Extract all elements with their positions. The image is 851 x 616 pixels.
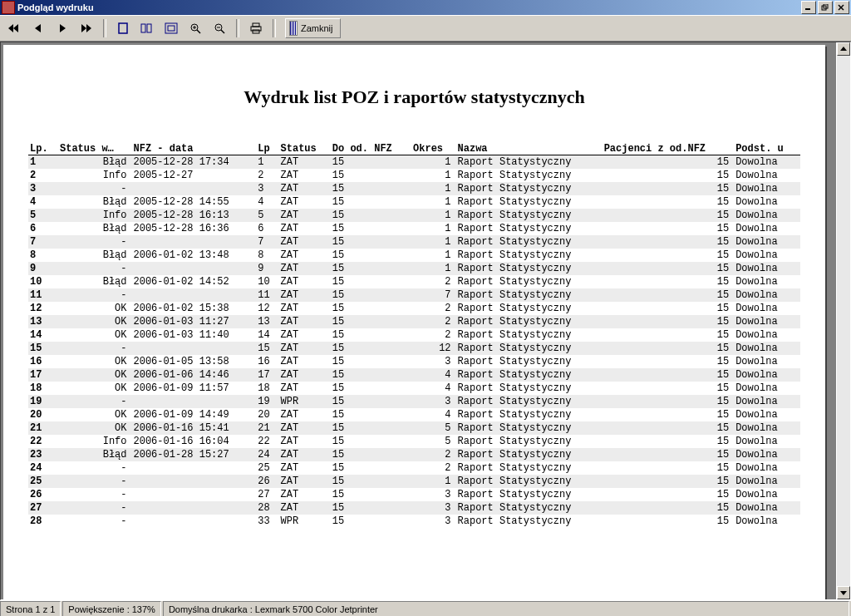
close-preview-button[interactable]: Zamknij xyxy=(285,18,341,38)
cell-status-w: - xyxy=(58,461,132,475)
cell-okres: 1 xyxy=(411,155,456,170)
cell-lp2: 18 xyxy=(256,382,278,395)
cell-status-w: - xyxy=(58,515,132,528)
close-window-button[interactable] xyxy=(834,1,849,14)
cell-nazwa: Raport Statystyczny xyxy=(456,448,603,461)
cell-nfz-data: 2006-01-16 15:41 xyxy=(132,421,257,435)
restore-button[interactable] xyxy=(818,1,833,14)
prev-page-button[interactable] xyxy=(27,18,49,38)
cell-lp2: 28 xyxy=(256,501,278,515)
cell-podst: Dowolna xyxy=(734,488,800,501)
cell-pacjenci: 15 xyxy=(603,342,735,355)
table-row: 16OK2006-01-05 13:5816ZAT153Raport Staty… xyxy=(28,355,800,368)
cell-lp2: 14 xyxy=(256,328,278,342)
cell-lp1: 22 xyxy=(28,435,58,448)
cell-nfz-data: 2006-01-03 11:27 xyxy=(132,315,257,328)
close-preview-label: Zamknij xyxy=(301,23,333,33)
svg-rect-15 xyxy=(168,26,175,31)
cell-nazwa: Raport Statystyczny xyxy=(456,501,603,515)
cell-nfz-data xyxy=(132,288,257,302)
cell-status-w: Info xyxy=(58,169,132,182)
cell-lp2: 19 xyxy=(256,395,278,408)
cell-lp2: 13 xyxy=(256,315,278,328)
cell-podst: Dowolna xyxy=(734,395,800,408)
cell-do-od: 15 xyxy=(331,395,411,408)
cell-status-w: Info xyxy=(58,209,132,222)
table-row: 25-26ZAT151Raport Statystyczny15Dowolna xyxy=(28,475,800,488)
cell-lp2: 21 xyxy=(256,421,278,435)
cell-status: ZAT xyxy=(279,275,331,288)
cell-podst: Dowolna xyxy=(734,501,800,515)
cell-nfz-data xyxy=(132,461,257,475)
cell-nazwa: Raport Statystyczny xyxy=(456,368,603,382)
cell-lp1: 10 xyxy=(28,275,58,288)
print-button[interactable] xyxy=(245,18,267,38)
last-page-button[interactable] xyxy=(76,18,97,38)
cell-lp2: 6 xyxy=(256,222,278,235)
cell-nazwa: Raport Statystyczny xyxy=(456,408,603,421)
cell-nazwa: Raport Statystyczny xyxy=(456,262,603,275)
cell-lp1: 3 xyxy=(28,182,58,195)
table-row: 24-25ZAT152Raport Statystyczny15Dowolna xyxy=(28,461,800,475)
cell-okres: 1 xyxy=(411,235,456,249)
cell-do-od: 15 xyxy=(331,209,411,222)
multi-page-view-button[interactable] xyxy=(136,18,158,38)
zoom-out-button[interactable] xyxy=(209,18,230,38)
scroll-down-button[interactable] xyxy=(837,586,850,599)
cell-podst: Dowolna xyxy=(734,421,800,435)
cell-lp2: 2 xyxy=(256,169,278,182)
cell-do-od: 15 xyxy=(331,249,411,262)
minimize-button[interactable] xyxy=(801,1,816,14)
cell-status: WPR xyxy=(279,515,331,528)
cell-do-od: 15 xyxy=(331,382,411,395)
cell-nfz-data: 2005-12-28 14:55 xyxy=(132,195,257,209)
titlebar: Podgląd wydruku xyxy=(0,0,851,15)
cell-status-w: OK xyxy=(58,382,132,395)
table-row: 1Błąd2005-12-28 17:341ZAT151Raport Staty… xyxy=(28,155,800,170)
one-page-view-button[interactable] xyxy=(112,18,134,38)
cell-status-w: Błąd xyxy=(58,448,132,461)
svg-rect-12 xyxy=(141,24,145,32)
cell-nfz-data xyxy=(132,515,257,528)
cell-okres: 3 xyxy=(411,515,456,528)
svg-marker-28 xyxy=(840,47,847,51)
cell-lp2: 25 xyxy=(256,461,278,475)
first-page-button[interactable] xyxy=(3,18,25,38)
cell-pacjenci: 15 xyxy=(603,448,735,461)
status-printer: Domyślna drukarka : Lexmark 5700 Color J… xyxy=(163,601,849,616)
cell-do-od: 15 xyxy=(331,235,411,249)
cell-do-od: 15 xyxy=(331,302,411,315)
cell-lp2: 15 xyxy=(256,342,278,355)
scroll-up-button[interactable] xyxy=(837,42,850,56)
cell-status-w: Błąd xyxy=(58,249,132,262)
cell-status: ZAT xyxy=(279,355,331,368)
cell-status: ZAT xyxy=(279,368,331,382)
svg-marker-5 xyxy=(8,24,13,32)
th-lp2: Lp xyxy=(256,141,278,155)
cell-status-w: OK xyxy=(58,408,132,421)
cell-lp1: 17 xyxy=(28,368,58,382)
cell-nazwa: Raport Statystyczny xyxy=(456,315,603,328)
cell-lp2: 8 xyxy=(256,249,278,262)
cell-podst: Dowolna xyxy=(734,461,800,475)
cell-lp1: 27 xyxy=(28,501,58,515)
cell-okres: 1 xyxy=(411,249,456,262)
cell-status-w: - xyxy=(58,475,132,488)
cell-okres: 3 xyxy=(411,355,456,368)
cell-nazwa: Raport Statystyczny xyxy=(456,515,603,528)
cell-lp2: 17 xyxy=(256,368,278,382)
cell-status-w: - xyxy=(58,342,132,355)
cell-lp1: 7 xyxy=(28,235,58,249)
zoom-in-button[interactable] xyxy=(184,18,206,38)
report-table: Lp. Status w… NFZ - data Lp Status Do od… xyxy=(28,141,800,528)
vertical-scrollbar[interactable] xyxy=(836,42,850,599)
app-icon xyxy=(2,1,15,14)
cell-nazwa: Raport Statystyczny xyxy=(456,342,603,355)
fit-page-button[interactable] xyxy=(160,18,182,38)
cell-pacjenci: 15 xyxy=(603,249,735,262)
next-page-button[interactable] xyxy=(52,18,73,38)
cell-pacjenci: 15 xyxy=(603,421,735,435)
cell-do-od: 15 xyxy=(331,475,411,488)
cell-status-w: - xyxy=(58,288,132,302)
cell-nfz-data: 2006-01-16 16:04 xyxy=(132,435,257,448)
